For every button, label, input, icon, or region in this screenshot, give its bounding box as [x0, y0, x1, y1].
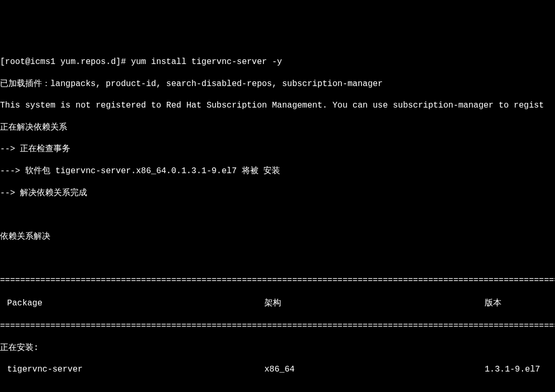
- cell-package: tigervnc-server: [2, 364, 264, 375]
- divider-line: ========================================…: [0, 275, 555, 286]
- blank-line: [0, 386, 555, 392]
- output-line: 正在解决依赖关系: [0, 122, 555, 133]
- output-line: --> 解决依赖关系完成: [0, 188, 555, 199]
- divider-line: ========================================…: [0, 321, 555, 332]
- prompt-text: [root@icms1 yum.repos.d]#: [0, 57, 131, 67]
- header-package: Package: [2, 298, 264, 309]
- cell-version: 1.3.1-9.el7: [485, 364, 553, 375]
- output-line: ---> 软件包 tigervnc-server.x86_64.0.1.3.1-…: [0, 166, 555, 177]
- command-text: yum install tigervnc-server -y: [131, 57, 282, 67]
- blank-line: [0, 253, 555, 264]
- terminal-output[interactable]: [root@icms1 yum.repos.d]# yum install ti…: [0, 46, 555, 392]
- header-version: 版本: [485, 298, 553, 309]
- output-line: 已加载插件：langpacks, product-id, search-disa…: [0, 79, 555, 90]
- output-line: This system is not registered to Red Hat…: [0, 100, 555, 111]
- prompt-command-line: [root@icms1 yum.repos.d]# yum install ti…: [0, 57, 555, 68]
- installing-label: 正在安装:: [0, 343, 555, 354]
- table-header-row: Package 架构 版本: [0, 297, 555, 310]
- cell-arch: x86_64: [264, 364, 485, 375]
- output-line: --> 正在检查事务: [0, 144, 555, 155]
- output-line: 依赖关系解决: [0, 231, 555, 242]
- header-arch: 架构: [264, 298, 485, 309]
- blank-line: [0, 209, 555, 220]
- table-row: tigervnc-server x86_64 1.3.1-9.el7: [0, 364, 555, 375]
